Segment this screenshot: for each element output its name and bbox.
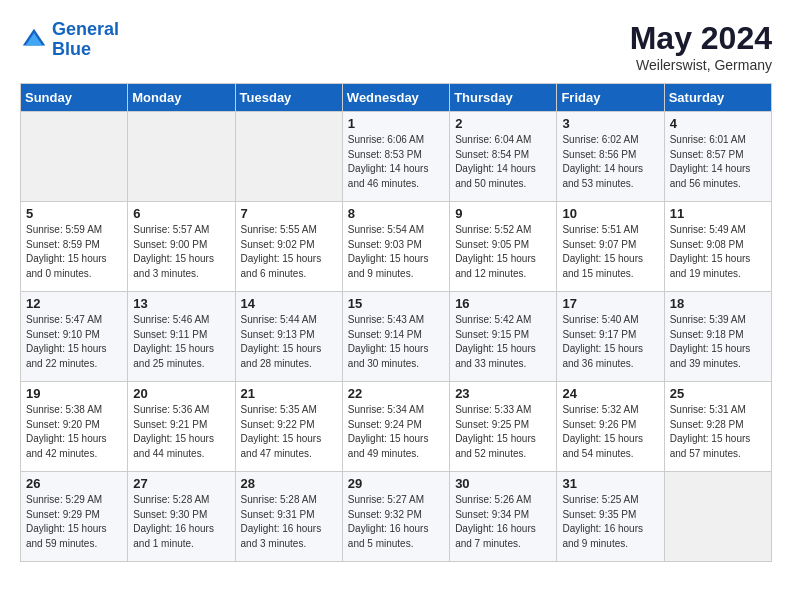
calendar-cell: 30Sunrise: 5:26 AMSunset: 9:34 PMDayligh… xyxy=(450,472,557,562)
calendar-cell: 10Sunrise: 5:51 AMSunset: 9:07 PMDayligh… xyxy=(557,202,664,292)
day-number: 17 xyxy=(562,296,658,311)
cell-info: Sunrise: 5:55 AMSunset: 9:02 PMDaylight:… xyxy=(241,223,337,281)
weekday-header: Tuesday xyxy=(235,84,342,112)
cell-info: Sunrise: 5:59 AMSunset: 8:59 PMDaylight:… xyxy=(26,223,122,281)
calendar-cell: 29Sunrise: 5:27 AMSunset: 9:32 PMDayligh… xyxy=(342,472,449,562)
calendar-cell: 9Sunrise: 5:52 AMSunset: 9:05 PMDaylight… xyxy=(450,202,557,292)
cell-info: Sunrise: 6:01 AMSunset: 8:57 PMDaylight:… xyxy=(670,133,766,191)
day-number: 22 xyxy=(348,386,444,401)
cell-info: Sunrise: 6:04 AMSunset: 8:54 PMDaylight:… xyxy=(455,133,551,191)
day-number: 24 xyxy=(562,386,658,401)
cell-info: Sunrise: 5:42 AMSunset: 9:15 PMDaylight:… xyxy=(455,313,551,371)
calendar-week-row: 5Sunrise: 5:59 AMSunset: 8:59 PMDaylight… xyxy=(21,202,772,292)
location: Weilerswist, Germany xyxy=(630,57,772,73)
calendar-cell: 24Sunrise: 5:32 AMSunset: 9:26 PMDayligh… xyxy=(557,382,664,472)
calendar-cell: 14Sunrise: 5:44 AMSunset: 9:13 PMDayligh… xyxy=(235,292,342,382)
day-number: 4 xyxy=(670,116,766,131)
cell-info: Sunrise: 5:25 AMSunset: 9:35 PMDaylight:… xyxy=(562,493,658,551)
calendar-cell: 28Sunrise: 5:28 AMSunset: 9:31 PMDayligh… xyxy=(235,472,342,562)
weekday-header-row: SundayMondayTuesdayWednesdayThursdayFrid… xyxy=(21,84,772,112)
calendar-cell: 8Sunrise: 5:54 AMSunset: 9:03 PMDaylight… xyxy=(342,202,449,292)
day-number: 23 xyxy=(455,386,551,401)
calendar-cell: 4Sunrise: 6:01 AMSunset: 8:57 PMDaylight… xyxy=(664,112,771,202)
day-number: 28 xyxy=(241,476,337,491)
calendar-cell xyxy=(128,112,235,202)
calendar-cell: 20Sunrise: 5:36 AMSunset: 9:21 PMDayligh… xyxy=(128,382,235,472)
day-number: 14 xyxy=(241,296,337,311)
calendar-cell: 15Sunrise: 5:43 AMSunset: 9:14 PMDayligh… xyxy=(342,292,449,382)
day-number: 30 xyxy=(455,476,551,491)
calendar-cell: 6Sunrise: 5:57 AMSunset: 9:00 PMDaylight… xyxy=(128,202,235,292)
cell-info: Sunrise: 5:28 AMSunset: 9:31 PMDaylight:… xyxy=(241,493,337,551)
cell-info: Sunrise: 5:52 AMSunset: 9:05 PMDaylight:… xyxy=(455,223,551,281)
day-number: 15 xyxy=(348,296,444,311)
day-number: 7 xyxy=(241,206,337,221)
calendar-cell xyxy=(235,112,342,202)
title-area: May 2024 Weilerswist, Germany xyxy=(630,20,772,73)
calendar-cell: 11Sunrise: 5:49 AMSunset: 9:08 PMDayligh… xyxy=(664,202,771,292)
page-header: General Blue May 2024 Weilerswist, Germa… xyxy=(20,20,772,73)
calendar-cell: 2Sunrise: 6:04 AMSunset: 8:54 PMDaylight… xyxy=(450,112,557,202)
calendar-cell xyxy=(21,112,128,202)
calendar-cell: 13Sunrise: 5:46 AMSunset: 9:11 PMDayligh… xyxy=(128,292,235,382)
day-number: 10 xyxy=(562,206,658,221)
cell-info: Sunrise: 5:46 AMSunset: 9:11 PMDaylight:… xyxy=(133,313,229,371)
calendar-cell: 12Sunrise: 5:47 AMSunset: 9:10 PMDayligh… xyxy=(21,292,128,382)
cell-info: Sunrise: 5:38 AMSunset: 9:20 PMDaylight:… xyxy=(26,403,122,461)
cell-info: Sunrise: 5:51 AMSunset: 9:07 PMDaylight:… xyxy=(562,223,658,281)
cell-info: Sunrise: 5:34 AMSunset: 9:24 PMDaylight:… xyxy=(348,403,444,461)
calendar-cell: 31Sunrise: 5:25 AMSunset: 9:35 PMDayligh… xyxy=(557,472,664,562)
day-number: 20 xyxy=(133,386,229,401)
day-number: 13 xyxy=(133,296,229,311)
day-number: 9 xyxy=(455,206,551,221)
weekday-header: Thursday xyxy=(450,84,557,112)
cell-info: Sunrise: 5:29 AMSunset: 9:29 PMDaylight:… xyxy=(26,493,122,551)
cell-info: Sunrise: 5:33 AMSunset: 9:25 PMDaylight:… xyxy=(455,403,551,461)
weekday-header: Wednesday xyxy=(342,84,449,112)
calendar-cell: 7Sunrise: 5:55 AMSunset: 9:02 PMDaylight… xyxy=(235,202,342,292)
day-number: 26 xyxy=(26,476,122,491)
calendar-cell: 19Sunrise: 5:38 AMSunset: 9:20 PMDayligh… xyxy=(21,382,128,472)
cell-info: Sunrise: 5:43 AMSunset: 9:14 PMDaylight:… xyxy=(348,313,444,371)
day-number: 5 xyxy=(26,206,122,221)
cell-info: Sunrise: 5:32 AMSunset: 9:26 PMDaylight:… xyxy=(562,403,658,461)
day-number: 18 xyxy=(670,296,766,311)
cell-info: Sunrise: 5:28 AMSunset: 9:30 PMDaylight:… xyxy=(133,493,229,551)
calendar-week-row: 19Sunrise: 5:38 AMSunset: 9:20 PMDayligh… xyxy=(21,382,772,472)
day-number: 3 xyxy=(562,116,658,131)
day-number: 29 xyxy=(348,476,444,491)
calendar-week-row: 12Sunrise: 5:47 AMSunset: 9:10 PMDayligh… xyxy=(21,292,772,382)
cell-info: Sunrise: 5:49 AMSunset: 9:08 PMDaylight:… xyxy=(670,223,766,281)
calendar-cell: 5Sunrise: 5:59 AMSunset: 8:59 PMDaylight… xyxy=(21,202,128,292)
cell-info: Sunrise: 5:26 AMSunset: 9:34 PMDaylight:… xyxy=(455,493,551,551)
day-number: 6 xyxy=(133,206,229,221)
logo-icon xyxy=(20,26,48,54)
calendar-table: SundayMondayTuesdayWednesdayThursdayFrid… xyxy=(20,83,772,562)
day-number: 31 xyxy=(562,476,658,491)
cell-info: Sunrise: 6:02 AMSunset: 8:56 PMDaylight:… xyxy=(562,133,658,191)
calendar-cell: 1Sunrise: 6:06 AMSunset: 8:53 PMDaylight… xyxy=(342,112,449,202)
month-title: May 2024 xyxy=(630,20,772,57)
logo: General Blue xyxy=(20,20,119,60)
day-number: 11 xyxy=(670,206,766,221)
calendar-week-row: 26Sunrise: 5:29 AMSunset: 9:29 PMDayligh… xyxy=(21,472,772,562)
day-number: 21 xyxy=(241,386,337,401)
day-number: 25 xyxy=(670,386,766,401)
calendar-cell: 27Sunrise: 5:28 AMSunset: 9:30 PMDayligh… xyxy=(128,472,235,562)
calendar-cell: 22Sunrise: 5:34 AMSunset: 9:24 PMDayligh… xyxy=(342,382,449,472)
calendar-cell: 25Sunrise: 5:31 AMSunset: 9:28 PMDayligh… xyxy=(664,382,771,472)
day-number: 1 xyxy=(348,116,444,131)
weekday-header: Saturday xyxy=(664,84,771,112)
calendar-cell: 21Sunrise: 5:35 AMSunset: 9:22 PMDayligh… xyxy=(235,382,342,472)
day-number: 27 xyxy=(133,476,229,491)
calendar-cell: 26Sunrise: 5:29 AMSunset: 9:29 PMDayligh… xyxy=(21,472,128,562)
cell-info: Sunrise: 5:35 AMSunset: 9:22 PMDaylight:… xyxy=(241,403,337,461)
cell-info: Sunrise: 5:39 AMSunset: 9:18 PMDaylight:… xyxy=(670,313,766,371)
cell-info: Sunrise: 6:06 AMSunset: 8:53 PMDaylight:… xyxy=(348,133,444,191)
calendar-cell xyxy=(664,472,771,562)
day-number: 16 xyxy=(455,296,551,311)
logo-text: General Blue xyxy=(52,20,119,60)
cell-info: Sunrise: 5:36 AMSunset: 9:21 PMDaylight:… xyxy=(133,403,229,461)
cell-info: Sunrise: 5:40 AMSunset: 9:17 PMDaylight:… xyxy=(562,313,658,371)
day-number: 12 xyxy=(26,296,122,311)
